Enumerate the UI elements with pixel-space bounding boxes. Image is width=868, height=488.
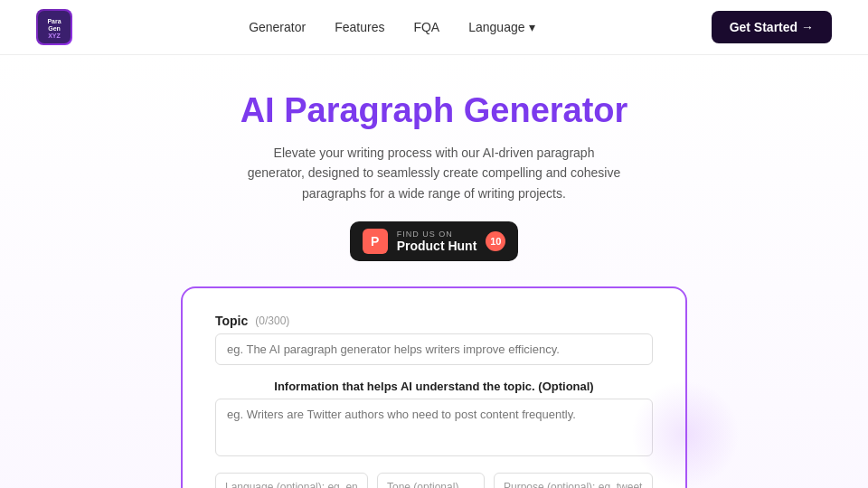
generator-form-card: Topic (0/300) Information that helps AI … xyxy=(181,286,687,488)
hero-title: AI Paragraph Generator xyxy=(18,91,850,130)
hero-section: AI Paragraph Generator Elevate your writ… xyxy=(0,55,868,488)
svg-text:Gen: Gen xyxy=(48,25,61,32)
get-started-button[interactable]: Get Started → xyxy=(712,11,832,43)
navbar: Para Gen XYZ Generator Features FQA Lang… xyxy=(0,0,868,55)
ph-find-us-label: FIND US ON xyxy=(397,230,453,239)
chevron-down-icon: ▾ xyxy=(529,20,535,34)
hero-description: Elevate your writing process with our AI… xyxy=(244,143,624,203)
nav-language-selector[interactable]: Language ▾ xyxy=(468,20,534,34)
topic-char-count: (0/300) xyxy=(255,314,289,327)
purpose-select[interactable]: Purpose (optional): eg. tweet xyxy=(494,473,653,488)
topic-label: Topic (0/300) xyxy=(215,314,653,328)
nav-features[interactable]: Features xyxy=(335,20,384,34)
nav-links: Generator Features FQA Language ▾ xyxy=(249,20,534,34)
logo[interactable]: Para Gen XYZ xyxy=(36,9,72,45)
tone-select[interactable]: Tone (optional) xyxy=(377,473,485,488)
ph-name-label: Product Hunt xyxy=(397,239,477,253)
svg-text:Para: Para xyxy=(47,18,61,24)
language-select[interactable]: Language (optional): eg. en xyxy=(215,473,368,488)
ph-icon: P xyxy=(363,229,388,254)
svg-text:XYZ: XYZ xyxy=(48,33,61,39)
ph-score-badge: 10 xyxy=(486,231,505,251)
info-label: Information that helps AI understand the… xyxy=(215,380,653,393)
ph-text: FIND US ON Product Hunt xyxy=(397,230,477,253)
product-hunt-badge[interactable]: P FIND US ON Product Hunt 10 xyxy=(350,221,519,261)
logo-image: Para Gen XYZ xyxy=(36,9,72,45)
nav-fqa[interactable]: FQA xyxy=(413,20,439,34)
info-textarea[interactable] xyxy=(215,399,653,456)
nav-generator[interactable]: Generator xyxy=(249,20,306,34)
optional-fields-row: Language (optional): eg. en Tone (option… xyxy=(215,473,653,488)
topic-input[interactable] xyxy=(215,333,653,365)
